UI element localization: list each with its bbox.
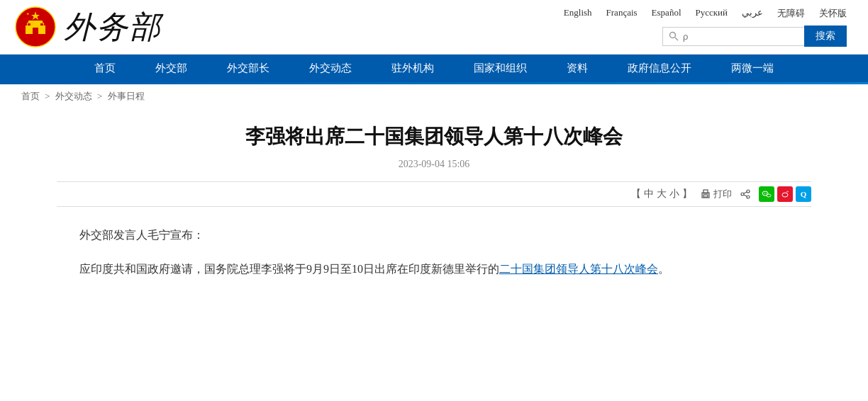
nav-minister[interactable]: 外交部长 xyxy=(207,55,289,82)
lang-spanish[interactable]: Español xyxy=(652,7,681,20)
nav-countries[interactable]: 国家和组织 xyxy=(454,55,547,82)
weibo-icon[interactable] xyxy=(777,186,793,202)
breadcrumb-separator-2: > xyxy=(97,91,105,101)
nav-social[interactable]: 两微一端 xyxy=(711,55,794,82)
svg-point-14 xyxy=(741,193,744,196)
bracket-close: 】 xyxy=(682,188,692,200)
print-button[interactable]: 打印 xyxy=(701,188,732,200)
breadcrumb: 首页 > 外交动态 > 外事日程 xyxy=(0,84,868,108)
qq-icon[interactable]: Q xyxy=(796,186,811,202)
svg-point-18 xyxy=(764,193,764,193)
article-area: 李强将出席二十国集团领导人第十八次峰会 2023-09-04 15:06 【 中… xyxy=(0,108,868,320)
lang-english[interactable]: English xyxy=(564,7,592,20)
svg-point-17 xyxy=(762,191,768,196)
breadcrumb-diplomacy[interactable]: 外交动态 xyxy=(55,91,92,101)
nav-missions[interactable]: 驻外机构 xyxy=(372,55,454,82)
print-label: 打印 xyxy=(713,188,732,200)
national-emblem xyxy=(14,6,57,48)
lang-french[interactable]: Français xyxy=(606,7,638,20)
bracket-open: 【 xyxy=(631,188,641,200)
breadcrumb-home[interactable]: 首页 xyxy=(21,91,40,101)
header: 外务部 English Français Español Русский عرب… xyxy=(0,0,868,55)
svg-point-20 xyxy=(767,194,771,197)
article-title: 李强将出席二十国集团领导人第十八次峰会 xyxy=(57,123,811,150)
nav-home[interactable]: 首页 xyxy=(74,55,135,82)
nav-diplomacy[interactable]: 外交动态 xyxy=(289,55,372,82)
font-size-xiao[interactable]: 小 xyxy=(669,188,679,200)
svg-line-16 xyxy=(744,195,747,196)
svg-rect-3 xyxy=(28,21,43,23)
lang-arabic[interactable]: عربي xyxy=(742,7,763,20)
search-button[interactable]: 搜索 xyxy=(804,26,847,47)
ministry-title: 外务部 xyxy=(64,6,162,48)
paragraph-2: 应印度共和国政府邀请，国务院总理李强将于9月9日至10日出席在印度新德里举行的二… xyxy=(57,258,811,281)
share-icon xyxy=(740,189,750,199)
nav-gov-info[interactable]: 政府信息公开 xyxy=(608,55,711,82)
logo-area: 外务部 xyxy=(14,6,162,48)
wechat-icon[interactable] xyxy=(759,186,774,202)
main-nav: 首页 外交部 外交部长 外交动态 驻外机构 国家和组织 资料 政府信息公开 两微… xyxy=(0,55,868,82)
lang-russian[interactable]: Русский xyxy=(696,7,728,20)
article-body: 外交部发言人毛宁宣布： 应印度共和国政府邀请，国务院总理李强将于9月9日至10日… xyxy=(57,224,811,281)
top-right: English Français Español Русский عربي 无障… xyxy=(564,7,847,47)
svg-rect-4 xyxy=(33,28,38,34)
search-input[interactable] xyxy=(662,27,804,46)
svg-point-13 xyxy=(747,196,750,198)
svg-line-15 xyxy=(744,192,747,193)
language-bar: English Français Español Русский عربي 无障… xyxy=(564,7,847,20)
nav-mfa[interactable]: 外交部 xyxy=(135,55,207,82)
svg-rect-11 xyxy=(703,195,708,197)
paragraph-1: 外交部发言人毛宁宣布： xyxy=(57,224,811,247)
share-button[interactable] xyxy=(740,189,750,199)
breadcrumb-separator-1: > xyxy=(45,91,52,101)
svg-point-19 xyxy=(766,193,767,193)
nav-resources[interactable]: 资料 xyxy=(547,55,608,82)
printer-icon xyxy=(701,189,711,199)
font-size-da[interactable]: 大 xyxy=(657,188,667,200)
font-size-group: 【 中 大 小 】 xyxy=(631,188,692,200)
svg-point-21 xyxy=(782,193,788,197)
breadcrumb-schedule[interactable]: 外事日程 xyxy=(108,91,145,101)
svg-rect-6 xyxy=(40,23,43,26)
font-size-zh[interactable]: 中 xyxy=(644,188,654,200)
svg-point-12 xyxy=(747,190,750,193)
article-date: 2023-09-04 15:06 xyxy=(57,159,811,170)
lang-care[interactable]: 关怀版 xyxy=(819,7,847,20)
underline-text: 二十国集团领导人第十八次峰会 xyxy=(499,263,658,275)
search-bar: 搜索 xyxy=(662,26,847,47)
social-icons: Q xyxy=(759,186,811,202)
lang-accessible[interactable]: 无障碍 xyxy=(777,7,805,20)
font-controls: 【 中 大 小 】 打印 xyxy=(57,181,811,207)
svg-rect-5 xyxy=(28,23,30,26)
